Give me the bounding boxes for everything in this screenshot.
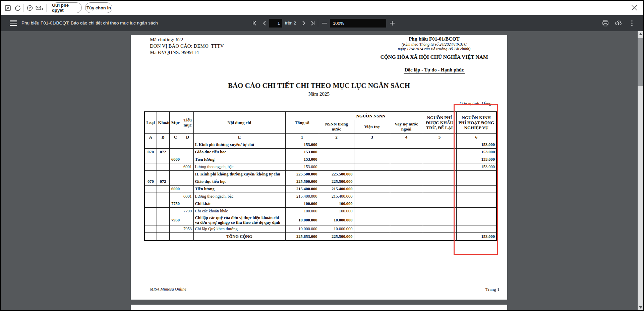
- close-icon[interactable]: [631, 4, 638, 11]
- table-cell: [169, 225, 182, 232]
- table-cell: 153.000: [285, 141, 319, 148]
- table-cell: [144, 141, 157, 148]
- table-cell: 215.400.000: [319, 193, 354, 200]
- table-cell: Tiền lương: [193, 156, 285, 163]
- table-cell: [390, 207, 423, 215]
- table-cell: [423, 148, 456, 156]
- table-cell: [169, 193, 182, 200]
- table-cell: 100.000: [319, 200, 354, 207]
- appendix-title: Phụ biểu F01-01/BCQT: [365, 36, 503, 42]
- table-cell: [390, 200, 423, 207]
- table-cell: [354, 141, 390, 148]
- table-cell: [354, 170, 390, 178]
- table-cell: [182, 141, 193, 148]
- table-row: 6000Tiền lương215.400.000215.400.000: [144, 185, 496, 193]
- scrollbar-thumb[interactable]: [638, 38, 643, 86]
- table-cell: [354, 232, 390, 241]
- send-approve-button[interactable]: Gửi phê duyệt: [52, 2, 82, 13]
- table-cell: 225.500.000: [285, 178, 319, 185]
- table-cell: Chi lập các quỹ của đơn vị thực hiện kho…: [193, 215, 285, 225]
- menu-icon[interactable]: [10, 20, 17, 26]
- column-code-cell: 3: [354, 133, 390, 141]
- column-code-cell: 4: [390, 133, 423, 141]
- table-cell: [423, 141, 456, 148]
- help-icon[interactable]: ?: [26, 5, 33, 11]
- table-cell: [319, 141, 354, 148]
- download-icon[interactable]: [614, 19, 622, 27]
- table-cell: [144, 193, 157, 200]
- mail-send-icon[interactable]: [36, 5, 44, 11]
- table-cell: 070: [144, 148, 157, 156]
- table-cell: [182, 178, 193, 185]
- appendix-note-1: (Kèm theo Thông tư số 24/2024/TT-BTC: [365, 42, 503, 47]
- scroll-down-icon[interactable]: [638, 305, 643, 310]
- highlight-red-box: [454, 104, 498, 255]
- zoom-in-icon[interactable]: [389, 20, 396, 27]
- table-cell: [144, 170, 157, 178]
- table-cell: [423, 193, 456, 200]
- table-cell: [423, 225, 456, 232]
- table-row: 7953Chi lập Quỹ khen thưởng10.000.00010.…: [144, 225, 496, 232]
- vertical-scrollbar[interactable]: [638, 31, 643, 310]
- toolbar-divider: [46, 4, 47, 12]
- table-cell: [423, 170, 456, 178]
- table-cell: 072: [157, 148, 169, 156]
- document-page-2: [131, 305, 507, 310]
- table-cell: Chi khác: [193, 200, 285, 207]
- column-code-cell: D: [182, 133, 193, 141]
- first-page-icon[interactable]: [251, 20, 258, 26]
- table-total-row: TỔNG CỘNG225.653.000225.500.000153.000: [144, 232, 496, 241]
- document-page-1: Mã chương: 622 ĐƠN VỊ BÁO CÁO: DEMO_TTTV…: [131, 35, 507, 300]
- table-cell: 153.000: [285, 156, 319, 163]
- table-cell: 153.000: [285, 148, 319, 156]
- more-icon[interactable]: [628, 19, 636, 27]
- next-page-icon[interactable]: [300, 20, 307, 26]
- zoom-out-icon[interactable]: [321, 20, 328, 27]
- table-cell: [144, 215, 157, 225]
- table-cell: [319, 156, 354, 163]
- table-cell: 10.000.000: [285, 215, 319, 225]
- table-cell: [157, 225, 169, 232]
- col-header-loai: Loại: [144, 112, 157, 133]
- table-cell: [157, 156, 169, 163]
- last-page-icon[interactable]: [309, 20, 316, 26]
- table-cell: [157, 185, 169, 193]
- toolbar-divider: [318, 19, 318, 27]
- scroll-up-icon[interactable]: [638, 31, 643, 37]
- table-cell: [144, 207, 157, 215]
- table-cell: [390, 185, 423, 193]
- prev-page-icon[interactable]: [261, 20, 268, 26]
- table-cell: 6000: [169, 185, 182, 193]
- zoom-level-input[interactable]: 100%: [330, 19, 386, 28]
- top-toolbar: ? Gửi phê duyệt Tùy chọn in: [1, 1, 643, 15]
- table-cell: [182, 170, 193, 178]
- table-row: I. Kinh phí thường xuyên/ tự chủ153.0001…: [144, 141, 496, 148]
- col-header-nsnn-trong-nuoc: NSNN trong nước: [319, 120, 354, 133]
- col-header-muc: Mục: [169, 112, 182, 133]
- col-header-tong-so: Tổng số: [285, 112, 319, 133]
- column-code-cell: 2: [319, 133, 354, 141]
- appendix-note-2: ngày 17/4/2024 của Bộ trưởng Bộ Tài chín…: [365, 47, 503, 51]
- print-options-button[interactable]: Tùy chọn in: [85, 2, 112, 13]
- refresh-icon[interactable]: [14, 5, 21, 11]
- table-row: 7750Chi khác100.000100.000: [144, 200, 496, 207]
- table-cell: 215.400.000: [285, 193, 319, 200]
- table-cell: [423, 200, 456, 207]
- table-cell: 225.500.000: [319, 232, 354, 241]
- table-cell: [182, 156, 193, 163]
- table-cell: [169, 148, 182, 156]
- table-row: 7950Chi lập các quỹ của đơn vị thực hiện…: [144, 215, 496, 225]
- page-number-input[interactable]: 1: [269, 19, 282, 28]
- column-code-cell: E: [193, 133, 285, 141]
- excel-export-icon[interactable]: [5, 5, 11, 11]
- table-cell: [169, 163, 182, 170]
- table-cell: [354, 156, 390, 163]
- table-cell: [390, 163, 423, 170]
- document-viewport: Mã chương: 622 ĐƠN VỊ BÁO CÁO: DEMO_TTTV…: [1, 31, 643, 310]
- print-icon[interactable]: [602, 19, 609, 27]
- table-cell: [157, 141, 169, 148]
- national-motto: Độc lập - Tự do - Hạnh phúc: [404, 67, 464, 74]
- table-cell: 072: [157, 178, 169, 185]
- table-row: 6000Tiền lương153.000153.000: [144, 156, 496, 163]
- table-cell: [182, 232, 193, 241]
